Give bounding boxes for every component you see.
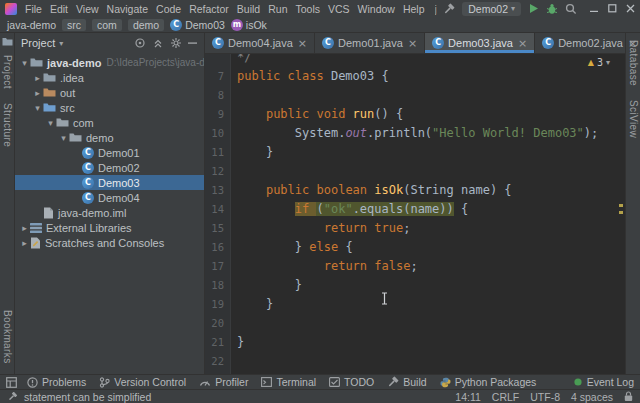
breadcrumb-demo03[interactable]: CDemo03: [170, 19, 225, 31]
tree-item-demo04[interactable]: CDemo04: [15, 190, 204, 205]
project-stripe-icon[interactable]: [2, 37, 13, 46]
tree-item-demo03[interactable]: CDemo03: [15, 175, 204, 190]
menu-item-help[interactable]: Help: [399, 2, 429, 16]
editor-tab-demo01-java[interactable]: CDemo01.java×: [315, 33, 425, 53]
gear-icon[interactable]: [170, 37, 182, 49]
code-text[interactable]: }: [231, 295, 273, 314]
tree-expand-arrow[interactable]: ▸: [19, 223, 30, 233]
menu-item-vcs[interactable]: VCS: [324, 2, 354, 16]
code-text[interactable]: [231, 162, 237, 181]
run-config-selector[interactable]: Demo02 ▾: [462, 2, 521, 16]
project-panel-title[interactable]: Project: [21, 37, 55, 49]
menu-item-view[interactable]: View: [72, 2, 103, 16]
tree-item-java-demo[interactable]: ▾java-demoD:\IdeaProjects\java-demo: [15, 55, 204, 70]
toolwindow-button-todo[interactable]: TODO: [329, 376, 374, 388]
debug-icon[interactable]: [546, 3, 558, 15]
code-text[interactable]: public boolean isOk(String name) {: [231, 181, 512, 200]
code-text[interactable]: }: [231, 276, 302, 295]
toolwindow-button-version-control[interactable]: Version Control: [99, 376, 186, 388]
code-text[interactable]: return false;: [231, 257, 418, 276]
tree-expand-arrow[interactable]: ▸: [32, 88, 43, 98]
hammer-icon[interactable]: [443, 3, 455, 15]
tree-item-out[interactable]: ▸out: [15, 85, 204, 100]
target-icon[interactable]: [134, 37, 146, 49]
inspections-widget[interactable]: ▲ 3 ▾: [588, 57, 610, 68]
stripe-button-sciview[interactable]: SciView: [628, 100, 639, 138]
tree-item-src[interactable]: ▾src: [15, 100, 204, 115]
tree-item-demo[interactable]: ▾demo: [15, 130, 204, 145]
code-text[interactable]: [231, 352, 237, 371]
close-icon[interactable]: ×: [408, 37, 417, 50]
toolwindow-button-problems[interactable]: Problems: [27, 376, 86, 388]
status-message[interactable]: statement can be simplified: [24, 391, 151, 403]
tree-expand-arrow[interactable]: ▾: [19, 58, 30, 68]
minimize-icon[interactable]: [590, 4, 599, 13]
maximize-icon[interactable]: [608, 4, 617, 13]
breadcrumb-src[interactable]: src: [62, 19, 86, 31]
toolwindow-button-python-packages[interactable]: Python Packages: [440, 376, 537, 388]
close-icon[interactable]: ×: [518, 37, 527, 50]
tree-item-demo01[interactable]: CDemo01: [15, 145, 204, 160]
menu-item-window[interactable]: Window: [354, 2, 399, 16]
breadcrumb-java-demo[interactable]: java-demo: [7, 19, 56, 31]
stripe-button-project[interactable]: Project: [2, 55, 13, 89]
code-text[interactable]: return true;: [231, 219, 410, 238]
code-text[interactable]: public class Demo03 {: [231, 67, 389, 86]
code-text[interactable]: if ("ok".equals(name)) {: [231, 200, 468, 219]
code-text[interactable]: }: [231, 143, 273, 162]
menu-item-build[interactable]: Build: [233, 2, 264, 16]
status-14-11[interactable]: 14:11: [455, 391, 481, 403]
close-icon[interactable]: [626, 4, 635, 13]
hide-icon[interactable]: [188, 38, 198, 48]
status-4-spaces[interactable]: 4 spaces: [571, 391, 613, 403]
close-icon[interactable]: ×: [628, 37, 637, 50]
warning-stripe-mark[interactable]: [619, 204, 623, 207]
breadcrumb-com[interactable]: com: [92, 19, 122, 31]
close-icon[interactable]: ×: [298, 37, 307, 50]
tree-item-external-libraries[interactable]: ▸External Libraries: [15, 220, 204, 235]
code-text[interactable]: [231, 86, 237, 105]
warning-stripe-mark[interactable]: [619, 211, 623, 214]
toolwindow-button-profiler[interactable]: Profiler: [199, 376, 248, 388]
lock-icon[interactable]: [624, 391, 633, 402]
toolwindow-button-event-log[interactable]: Event Log: [573, 376, 634, 388]
menu-item-navigate[interactable]: Navigate: [103, 2, 152, 16]
tree-item-com[interactable]: ▾com: [15, 115, 204, 130]
toolwindow-button-terminal[interactable]: Terminal: [261, 376, 316, 388]
tree-expand-arrow[interactable]: ▾: [58, 133, 69, 143]
toolwindow-button-build[interactable]: Build: [387, 376, 426, 388]
menu-item-refactor[interactable]: Refactor: [185, 2, 233, 16]
tree-item-scratches-and-consoles[interactable]: ▸Scratches and Consoles: [15, 235, 204, 250]
collapse-all-icon[interactable]: [152, 37, 164, 49]
breadcrumb-isok[interactable]: misOk: [231, 19, 267, 31]
code-text[interactable]: } else {: [231, 238, 353, 257]
tree-expand-arrow[interactable]: ▸: [32, 73, 43, 83]
editor-tab-demo02-java[interactable]: CDemo02.java×: [535, 33, 640, 53]
tree-item-idea[interactable]: ▸.idea: [15, 70, 204, 85]
tree-expand-arrow[interactable]: ▾: [32, 103, 43, 113]
run-icon[interactable]: [528, 3, 539, 14]
menu-item-tools[interactable]: Tools: [291, 2, 324, 16]
editor-tab-demo03-java[interactable]: CDemo03.java×: [425, 33, 535, 53]
tree-item-demo02[interactable]: CDemo02: [15, 160, 204, 175]
editor-tab-demo04-java[interactable]: CDemo04.java×: [205, 33, 315, 53]
tree-expand-arrow[interactable]: ▸: [19, 238, 30, 248]
code-editor[interactable]: */7public class Demo03 {89 public void r…: [205, 54, 625, 374]
breadcrumb-demo[interactable]: demo: [128, 19, 164, 31]
status-utf-8[interactable]: UTF-8: [530, 391, 560, 403]
search-icon[interactable]: [565, 3, 577, 15]
stripe-button-structure[interactable]: Structure: [2, 103, 13, 147]
code-text[interactable]: public void run() {: [231, 105, 403, 124]
windows-icon[interactable]: [6, 377, 17, 388]
code-text[interactable]: System.out.println("Hello World! Demo03"…: [231, 124, 598, 143]
tree-item-java-demo-iml[interactable]: java-demo.iml: [15, 205, 204, 220]
status-crlf[interactable]: CRLF: [492, 391, 519, 403]
stripe-button-bookmarks[interactable]: Bookmarks: [2, 310, 13, 364]
menu-item-code[interactable]: Code: [152, 2, 185, 16]
code-text[interactable]: [231, 314, 237, 333]
code-text[interactable]: */: [231, 54, 251, 67]
menu-item-run[interactable]: Run: [264, 2, 291, 16]
menu-item-file[interactable]: File: [21, 2, 46, 16]
menu-item-edit[interactable]: Edit: [46, 2, 72, 16]
code-text[interactable]: }: [231, 333, 244, 352]
